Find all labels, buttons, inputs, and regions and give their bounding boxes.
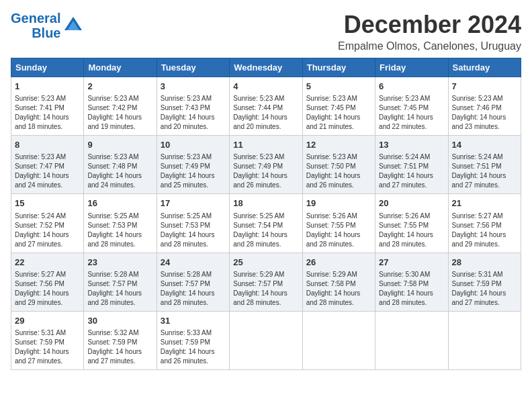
day-detail: Sunrise: 5:23 AM Sunset: 7:48 PM Dayligh… (87, 152, 152, 190)
day-detail: Sunrise: 5:23 AM Sunset: 7:43 PM Dayligh… (161, 94, 226, 132)
day-detail: Sunrise: 5:28 AM Sunset: 7:57 PM Dayligh… (87, 270, 152, 308)
table-cell: 7Sunrise: 5:23 AM Sunset: 7:46 PM Daylig… (448, 77, 521, 136)
day-number: 10 (161, 139, 226, 151)
title-block: December 2024 Empalme Olmos, Canelones, … (338, 11, 521, 52)
day-number: 30 (87, 315, 152, 327)
calendar-week-row: 29Sunrise: 5:31 AM Sunset: 7:59 PM Dayli… (11, 311, 521, 369)
table-cell: 26Sunrise: 5:29 AM Sunset: 7:58 PM Dayli… (302, 253, 375, 311)
day-number: 15 (15, 197, 80, 210)
col-monday: Monday (84, 58, 157, 77)
day-detail: Sunrise: 5:25 AM Sunset: 7:54 PM Dayligh… (233, 212, 298, 249)
day-number: 27 (379, 257, 444, 269)
day-detail: Sunrise: 5:23 AM Sunset: 7:45 PM Dayligh… (306, 94, 371, 132)
day-number: 29 (15, 315, 80, 327)
day-detail: Sunrise: 5:23 AM Sunset: 7:49 PM Dayligh… (161, 152, 226, 190)
day-number: 12 (306, 139, 371, 151)
day-detail: Sunrise: 5:23 AM Sunset: 7:49 PM Dayligh… (233, 152, 298, 190)
table-cell: 13Sunrise: 5:24 AM Sunset: 7:51 PM Dayli… (375, 136, 448, 194)
day-number: 14 (452, 139, 517, 151)
table-cell: 3Sunrise: 5:23 AM Sunset: 7:43 PM Daylig… (157, 77, 229, 136)
day-number: 16 (87, 197, 152, 210)
col-friday: Friday (375, 58, 448, 77)
table-cell: 29Sunrise: 5:31 AM Sunset: 7:59 PM Dayli… (11, 311, 84, 369)
logo-text-top: General (11, 11, 60, 26)
day-detail: Sunrise: 5:26 AM Sunset: 7:55 PM Dayligh… (379, 212, 444, 249)
day-number: 1 (15, 81, 80, 93)
table-cell: 8Sunrise: 5:23 AM Sunset: 7:47 PM Daylig… (11, 136, 84, 194)
table-cell: 1Sunrise: 5:23 AM Sunset: 7:41 PM Daylig… (11, 77, 84, 136)
day-number: 8 (15, 139, 80, 151)
table-cell: 6Sunrise: 5:23 AM Sunset: 7:45 PM Daylig… (375, 77, 448, 136)
day-detail: Sunrise: 5:33 AM Sunset: 7:59 PM Dayligh… (161, 328, 226, 366)
day-detail: Sunrise: 5:27 AM Sunset: 7:56 PM Dayligh… (15, 270, 80, 308)
day-detail: Sunrise: 5:23 AM Sunset: 7:41 PM Dayligh… (15, 94, 80, 132)
day-number: 23 (87, 257, 152, 269)
day-number: 6 (379, 81, 444, 93)
day-number: 4 (233, 81, 298, 93)
day-detail: Sunrise: 5:23 AM Sunset: 7:45 PM Dayligh… (379, 94, 444, 132)
calendar-week-row: 8Sunrise: 5:23 AM Sunset: 7:47 PM Daylig… (11, 136, 521, 194)
table-cell (302, 311, 375, 369)
table-cell: 12Sunrise: 5:23 AM Sunset: 7:50 PM Dayli… (302, 136, 375, 194)
day-detail: Sunrise: 5:26 AM Sunset: 7:55 PM Dayligh… (306, 212, 371, 249)
day-number: 2 (87, 81, 152, 93)
table-cell: 24Sunrise: 5:28 AM Sunset: 7:57 PM Dayli… (157, 253, 229, 311)
table-cell (230, 311, 302, 369)
table-cell: 22Sunrise: 5:27 AM Sunset: 7:56 PM Dayli… (11, 253, 84, 311)
day-detail: Sunrise: 5:25 AM Sunset: 7:53 PM Dayligh… (161, 212, 226, 249)
day-detail: Sunrise: 5:23 AM Sunset: 7:44 PM Dayligh… (233, 94, 298, 132)
day-detail: Sunrise: 5:23 AM Sunset: 7:47 PM Dayligh… (15, 152, 80, 190)
day-number: 7 (452, 81, 517, 93)
calendar-week-row: 15Sunrise: 5:24 AM Sunset: 7:52 PM Dayli… (11, 194, 521, 253)
table-cell: 17Sunrise: 5:25 AM Sunset: 7:53 PM Dayli… (157, 194, 229, 253)
day-number: 18 (233, 197, 298, 210)
day-detail: Sunrise: 5:23 AM Sunset: 7:50 PM Dayligh… (306, 152, 371, 190)
table-cell: 18Sunrise: 5:25 AM Sunset: 7:54 PM Dayli… (230, 194, 302, 253)
table-cell: 28Sunrise: 5:31 AM Sunset: 7:59 PM Dayli… (448, 253, 521, 311)
day-detail: Sunrise: 5:23 AM Sunset: 7:42 PM Dayligh… (87, 94, 152, 132)
logo-text-bottom: Blue (32, 26, 60, 40)
table-cell: 14Sunrise: 5:24 AM Sunset: 7:51 PM Dayli… (448, 136, 521, 194)
table-cell: 23Sunrise: 5:28 AM Sunset: 7:57 PM Dayli… (84, 253, 157, 311)
table-cell: 27Sunrise: 5:30 AM Sunset: 7:58 PM Dayli… (375, 253, 448, 311)
table-cell: 16Sunrise: 5:25 AM Sunset: 7:53 PM Dayli… (84, 194, 157, 253)
table-cell: 31Sunrise: 5:33 AM Sunset: 7:59 PM Dayli… (157, 311, 229, 369)
day-number: 19 (306, 197, 371, 210)
table-cell: 11Sunrise: 5:23 AM Sunset: 7:49 PM Dayli… (230, 136, 302, 194)
day-number: 13 (379, 139, 444, 151)
calendar-week-row: 22Sunrise: 5:27 AM Sunset: 7:56 PM Dayli… (11, 253, 521, 311)
table-cell (375, 311, 448, 369)
day-detail: Sunrise: 5:23 AM Sunset: 7:46 PM Dayligh… (452, 94, 517, 132)
day-detail: Sunrise: 5:31 AM Sunset: 7:59 PM Dayligh… (452, 270, 517, 308)
day-number: 25 (233, 257, 298, 269)
day-number: 21 (452, 197, 517, 210)
day-number: 5 (306, 81, 371, 93)
table-cell: 15Sunrise: 5:24 AM Sunset: 7:52 PM Dayli… (11, 194, 84, 253)
day-number: 26 (306, 257, 371, 269)
table-cell: 5Sunrise: 5:23 AM Sunset: 7:45 PM Daylig… (302, 77, 375, 136)
logo-icon (63, 15, 83, 36)
table-cell: 9Sunrise: 5:23 AM Sunset: 7:48 PM Daylig… (84, 136, 157, 194)
day-detail: Sunrise: 5:24 AM Sunset: 7:51 PM Dayligh… (379, 152, 444, 190)
logo: General Blue (11, 11, 83, 40)
calendar-header-row: Sunday Monday Tuesday Wednesday Thursday… (11, 58, 521, 77)
day-detail: Sunrise: 5:32 AM Sunset: 7:59 PM Dayligh… (87, 328, 152, 366)
day-detail: Sunrise: 5:31 AM Sunset: 7:59 PM Dayligh… (15, 328, 80, 366)
col-sunday: Sunday (11, 58, 84, 77)
page-header: General Blue December 2024 Empalme Olmos… (11, 11, 521, 52)
col-wednesday: Wednesday (230, 58, 302, 77)
col-tuesday: Tuesday (157, 58, 229, 77)
day-detail: Sunrise: 5:29 AM Sunset: 7:57 PM Dayligh… (233, 270, 298, 308)
table-cell (448, 311, 521, 369)
day-number: 28 (452, 257, 517, 269)
day-detail: Sunrise: 5:24 AM Sunset: 7:51 PM Dayligh… (452, 152, 517, 190)
table-cell: 20Sunrise: 5:26 AM Sunset: 7:55 PM Dayli… (375, 194, 448, 253)
day-number: 3 (161, 81, 226, 93)
day-number: 9 (87, 139, 152, 151)
day-number: 24 (161, 257, 226, 269)
col-thursday: Thursday (302, 58, 375, 77)
table-cell: 21Sunrise: 5:27 AM Sunset: 7:56 PM Dayli… (448, 194, 521, 253)
month-year-title: December 2024 (338, 11, 521, 39)
day-detail: Sunrise: 5:30 AM Sunset: 7:58 PM Dayligh… (379, 270, 444, 308)
day-detail: Sunrise: 5:25 AM Sunset: 7:53 PM Dayligh… (87, 212, 152, 249)
